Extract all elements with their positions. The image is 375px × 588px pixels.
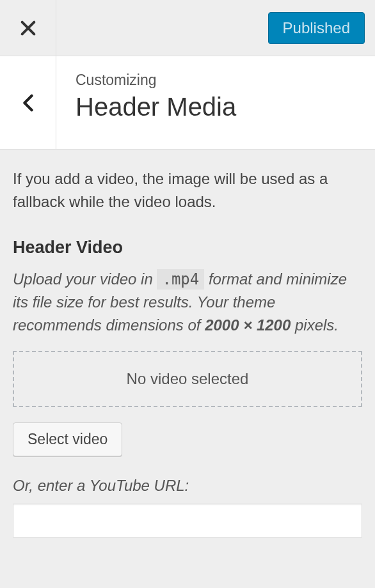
page-title: Header Media <box>76 93 236 121</box>
header-video-heading: Header Video <box>13 238 362 258</box>
intro-text: If you add a video, the image will be us… <box>13 167 362 213</box>
published-button[interactable]: Published <box>268 12 365 44</box>
help-text-pre: Upload your video in <box>13 270 157 288</box>
youtube-url-input[interactable] <box>13 504 362 538</box>
help-dimensions: 2000 × 1200 <box>205 316 291 334</box>
header-video-help: Upload your video in .mp4 format and min… <box>13 268 362 337</box>
close-icon <box>19 19 37 37</box>
close-button[interactable] <box>0 0 56 56</box>
video-dropzone[interactable]: No video selected <box>13 351 362 407</box>
chevron-left-icon <box>22 94 35 112</box>
section-header: Customizing Header Media <box>0 56 375 150</box>
select-video-button[interactable]: Select video <box>13 422 122 456</box>
content-area: If you add a video, the image will be us… <box>0 150 375 550</box>
back-button[interactable] <box>0 56 56 149</box>
header-content: Customizing Header Media <box>56 56 249 149</box>
help-text-post: pixels. <box>291 316 339 334</box>
youtube-url-label: Or, enter a YouTube URL: <box>13 477 362 495</box>
top-bar: Published <box>0 0 375 56</box>
help-code-format: .mp4 <box>157 269 204 290</box>
breadcrumb: Customizing <box>76 72 236 89</box>
